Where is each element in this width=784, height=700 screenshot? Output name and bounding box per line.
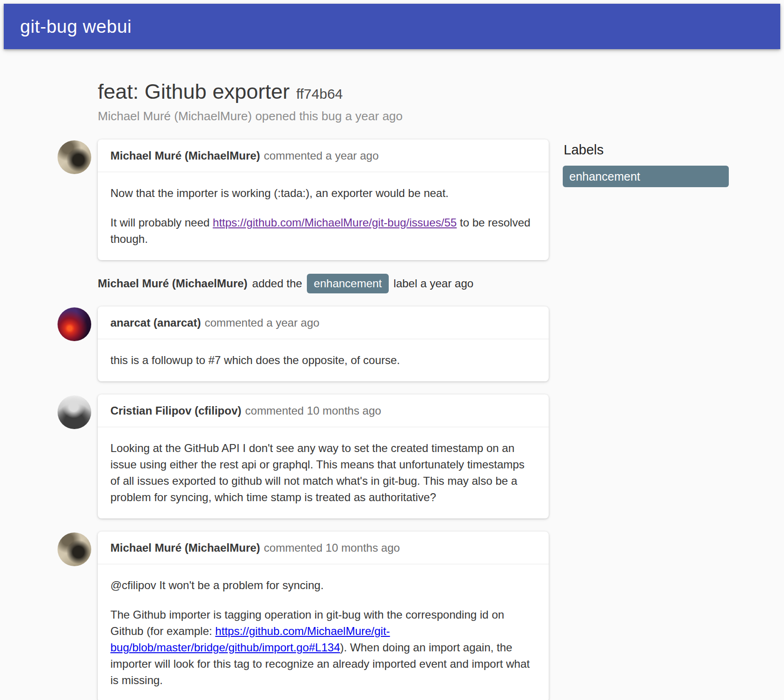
comment-entry: anarcat (anarcat)commented a year ago th… — [98, 306, 549, 381]
comment-paragraph: Now that the importer is working (:tada:… — [110, 185, 536, 201]
comment-author: Michael Muré (MichaelMure) — [110, 149, 260, 162]
label-event-row: Michael Muré (MichaelMure) added the enh… — [98, 274, 549, 293]
comment-paragraph: The Github importer is tagging operation… — [110, 606, 536, 688]
comment-paragraph: this is a followup to #7 which does the … — [110, 352, 536, 368]
comment-card: anarcat (anarcat)commented a year ago th… — [98, 306, 549, 381]
text-segment: It will probably need — [110, 216, 213, 229]
comment-body: Now that the importer is working (:tada:… — [98, 172, 549, 260]
comment-body: @cfilipov It won't be a problem for sync… — [98, 564, 549, 700]
comment-header: Michael Muré (MichaelMure)commented a ye… — [98, 139, 549, 172]
comment-card: Cristian Filipov (cfilipov)commented 10 … — [98, 394, 549, 518]
comment-author: Michael Muré (MichaelMure) — [110, 541, 260, 554]
app-title: git-bug webui — [20, 16, 131, 37]
event-action: added the — [252, 277, 302, 290]
comment-entry: Cristian Filipov (cfilipov)commented 10 … — [98, 394, 549, 518]
comment-author: Cristian Filipov (cfilipov) — [110, 404, 241, 417]
comment-header: Cristian Filipov (cfilipov)commented 10 … — [98, 394, 549, 427]
comment-header: Michael Muré (MichaelMure)commented 10 m… — [98, 532, 549, 564]
comment-author: anarcat (anarcat) — [110, 316, 201, 329]
bug-page: feat: Github exporterff74b64 Michael Mur… — [4, 79, 780, 700]
content-columns: Michael Muré (MichaelMure)commented a ye… — [98, 139, 780, 700]
label-chip: enhancement — [307, 274, 389, 293]
avatar — [58, 532, 91, 566]
app-bar: git-bug webui — [4, 4, 780, 49]
comment-meta: commented a year ago — [264, 149, 378, 162]
avatar — [58, 140, 91, 174]
bug-hash: ff74b64 — [296, 86, 343, 102]
page-title: feat: Github exporterff74b64 — [98, 79, 780, 107]
comment-paragraph: It will probably need https://github.com… — [110, 214, 536, 247]
label-badge-enhancement: enhancement — [563, 166, 729, 187]
bug-subtitle: Michael Muré (MichaelMure) opened this b… — [98, 109, 780, 124]
sidebar: Labels enhancement — [563, 139, 733, 187]
comment-header: anarcat (anarcat)commented a year ago — [98, 306, 549, 339]
comment-meta: commented 10 months ago — [245, 404, 381, 417]
labels-heading: Labels — [564, 141, 733, 158]
avatar — [58, 395, 91, 429]
event-author: Michael Muré (MichaelMure) — [98, 277, 247, 290]
comment-entry: Michael Muré (MichaelMure)commented 10 m… — [98, 532, 549, 700]
comment-card: Michael Muré (MichaelMure)commented 10 m… — [98, 532, 549, 700]
bug-title-text: feat: Github exporter — [98, 80, 290, 103]
comment-paragraph: @cfilipov It won't be a problem for sync… — [110, 577, 536, 593]
bug-header: feat: Github exporterff74b64 Michael Mur… — [98, 79, 780, 124]
comment-body: Looking at the GitHub API I don't see an… — [98, 427, 549, 518]
comment-card: Michael Muré (MichaelMure)commented a ye… — [98, 139, 549, 260]
comment-paragraph: Looking at the GitHub API I don't see an… — [110, 440, 536, 505]
comment-meta: commented 10 months ago — [264, 541, 400, 554]
timeline: Michael Muré (MichaelMure)commented a ye… — [98, 139, 549, 700]
comment-meta: commented a year ago — [204, 316, 319, 329]
issue-link[interactable]: https://github.com/MichaelMure/git-bug/i… — [213, 216, 457, 229]
event-suffix: label a year ago — [393, 277, 473, 290]
comment-entry: Michael Muré (MichaelMure)commented a ye… — [98, 139, 549, 260]
avatar — [58, 307, 91, 341]
comment-body: this is a followup to #7 which does the … — [98, 339, 549, 381]
